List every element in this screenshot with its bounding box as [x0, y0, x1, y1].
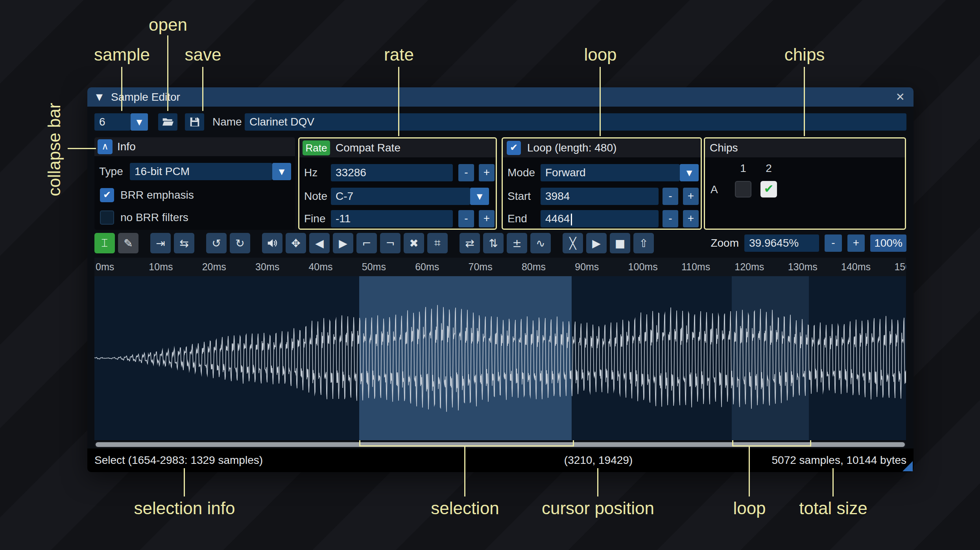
insert-silence-button[interactable]: ⌐ [356, 233, 377, 253]
process-group: ✥ ◀ ▶ ⌐ ¬ ✖ ⌗ [262, 233, 448, 253]
amplify-button[interactable] [262, 233, 282, 253]
fade-in-button[interactable]: ◀ [309, 233, 330, 253]
edit-mode-button[interactable]: ⌶ [94, 233, 115, 253]
sample-number-field[interactable]: 6 [94, 113, 131, 131]
close-icon[interactable]: ✕ [896, 87, 905, 107]
annotation-selection: selection [431, 498, 499, 518]
annotation-line-sample [121, 67, 122, 111]
chip-column-1: 1 [735, 160, 751, 177]
collapse-triangle-icon[interactable]: ▼ [96, 87, 103, 107]
preview-play-button[interactable]: ▶ [586, 233, 607, 253]
annotation-line-loop [600, 67, 601, 136]
chip-row-label: A [711, 181, 718, 198]
timeline-tick: 30ms [254, 258, 307, 276]
annotation-line-selection-info [184, 468, 185, 496]
resize-button[interactable]: ⇥ [150, 233, 171, 253]
rate-panel: Rate Compat Rate Hz 33286 - + Note C-7 ▼… [298, 137, 497, 230]
loop-start-minus-button[interactable]: - [663, 188, 678, 205]
collapse-bar-button[interactable]: ∧ [98, 139, 113, 154]
save-button[interactable] [185, 113, 204, 131]
brr-emphasis-checkbox[interactable]: ✔ [100, 188, 114, 202]
save-floppy-icon [189, 116, 201, 128]
undo-button[interactable]: ↺ [206, 233, 227, 253]
timeline-tick: 150ms [893, 258, 906, 276]
annotation-line-open [167, 35, 168, 111]
resample-button[interactable]: ⇆ [174, 233, 194, 253]
open-folder-icon [162, 116, 174, 128]
annotation-selection-info: selection info [134, 498, 235, 518]
annotation-total-size: total size [799, 498, 867, 518]
waveform-view[interactable] [94, 276, 906, 440]
draw-mode-button[interactable]: ✎ [118, 233, 138, 253]
sample-dropdown-arrow[interactable]: ▼ [131, 113, 148, 131]
delete-button[interactable]: ✖ [404, 233, 424, 253]
hz-minus-button[interactable]: - [458, 164, 474, 181]
hz-plus-button[interactable]: + [479, 164, 495, 181]
resize-grip[interactable] [902, 461, 913, 471]
no-brr-filters-label: no BRR filters [120, 209, 188, 226]
chip-a-2-checkbox[interactable]: ✔ [760, 181, 777, 197]
annotation-line-selection [464, 446, 465, 496]
crossfade-loop-button[interactable]: ╳ [563, 233, 583, 253]
note-select[interactable]: C-7 [331, 188, 470, 205]
type-select[interactable]: 16-bit PCM [130, 163, 272, 180]
zoom-reset-button[interactable]: 100% [870, 234, 906, 252]
info-panel-header: ∧ Info [94, 137, 295, 156]
type-dropdown-arrow[interactable]: ▼ [272, 163, 291, 180]
fine-minus-button[interactable]: - [458, 210, 474, 227]
zoom-cluster: Zoom 39.9645% - + 100% [711, 234, 906, 252]
stop-preview-button[interactable]: ■ [610, 233, 630, 253]
open-button[interactable] [158, 113, 177, 131]
name-input[interactable]: Clarinet DQV [245, 113, 906, 131]
loop-end-minus-button[interactable]: - [663, 210, 678, 227]
loop-mode-select[interactable]: Forward [541, 164, 680, 181]
annotation-line-total-size [832, 468, 834, 496]
apply-silence-button[interactable]: ¬ [380, 233, 400, 253]
loop-end-input[interactable]: 4464 [541, 210, 659, 227]
loop-mode-dropdown-arrow[interactable]: ▼ [680, 164, 699, 181]
fine-input[interactable]: -11 [331, 210, 453, 227]
note-dropdown-arrow[interactable]: ▼ [470, 188, 489, 205]
chip-a-1-checkbox[interactable] [735, 181, 751, 197]
type-label: Type [99, 163, 123, 180]
fade-out-button[interactable]: ▶ [333, 233, 353, 253]
mode-label: Mode [508, 164, 535, 181]
zoom-plus-button[interactable]: + [847, 234, 865, 252]
loop-start-input[interactable]: 3984 [541, 188, 659, 205]
annotation-line-collapse-bar [68, 148, 96, 149]
redo-button[interactable]: ↻ [230, 233, 250, 253]
rate-badge-button[interactable]: Rate [303, 140, 330, 155]
sign-flip-button[interactable]: ± [507, 233, 527, 253]
size-group: ⇥ ⇆ [150, 233, 194, 253]
normalize-button[interactable]: ✥ [286, 233, 306, 253]
copy-to-wavetable-button[interactable]: ⇧ [633, 233, 654, 253]
invert-button[interactable]: ⇅ [483, 233, 504, 253]
annotation-line-chips [804, 67, 805, 136]
zoom-input[interactable]: 39.9645% [744, 234, 819, 252]
fine-plus-button[interactable]: + [479, 210, 495, 227]
loop-start-plus-button[interactable]: + [683, 188, 699, 205]
annotation-chips: chips [784, 45, 825, 65]
no-brr-filters-checkbox[interactable] [100, 210, 114, 225]
timeline-tick: 70ms [467, 258, 520, 276]
green-check-icon: ✔ [764, 182, 773, 196]
timeline-ruler[interactable]: 0ms 10ms 20ms 30ms 40ms 50ms 60ms 70ms 8… [94, 258, 906, 276]
status-bar: Select (1654-2983: 1329 samples) (3210, … [87, 448, 914, 472]
zoom-minus-button[interactable]: - [825, 234, 842, 252]
loop-panel-header: ✔ Loop (length: 480) [503, 138, 701, 157]
brr-emphasis-label: BRR emphasis [120, 186, 194, 204]
filter-button[interactable]: ∿ [530, 233, 551, 253]
loop-start-label: Start [508, 188, 531, 205]
timeline-tick: 60ms [414, 258, 467, 276]
loop-enable-checkbox[interactable]: ✔ [507, 141, 521, 155]
timeline-tick: 10ms [148, 258, 201, 276]
check-icon: ✔ [103, 189, 111, 200]
rate-panel-header: Rate Compat Rate [299, 138, 496, 157]
trim-button[interactable]: ⌗ [427, 233, 448, 253]
timeline-tick: 90ms [574, 258, 627, 276]
loop-end-label: End [508, 210, 527, 227]
reverse-button[interactable]: ⇄ [460, 233, 480, 253]
zoom-label: Zoom [711, 237, 739, 249]
hz-input[interactable]: 33286 [331, 164, 453, 181]
loop-end-plus-button[interactable]: + [683, 210, 699, 227]
